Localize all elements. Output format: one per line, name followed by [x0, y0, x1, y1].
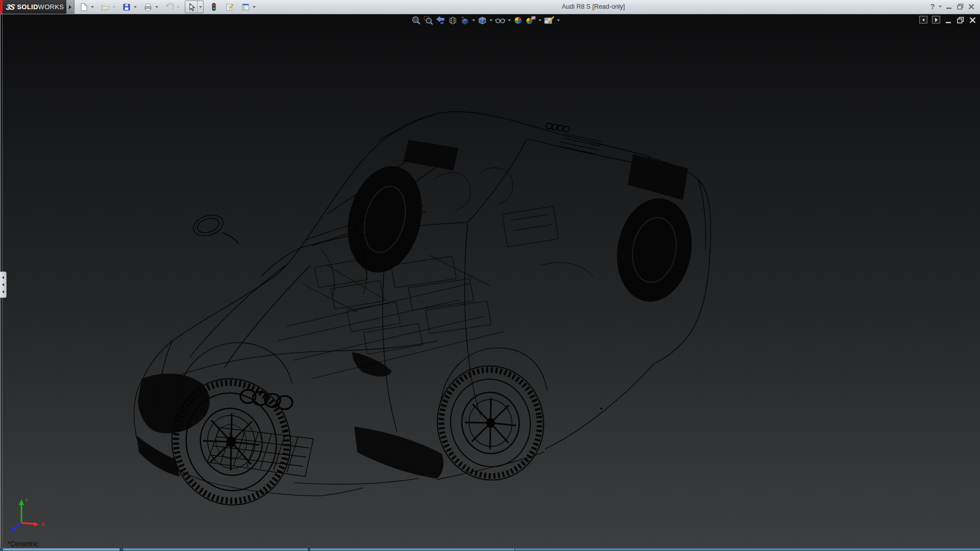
eyeglasses-icon — [495, 15, 506, 26]
display-style-icon — [477, 15, 487, 26]
triad-x-label: X — [41, 522, 45, 528]
collapse-arrow-icon — [2, 276, 4, 279]
help-dropdown-caret[interactable] — [937, 1, 943, 12]
new-document-button[interactable] — [78, 1, 89, 13]
save-button[interactable] — [120, 1, 132, 13]
previous-view-button[interactable] — [434, 15, 447, 26]
view-settings-button[interactable] — [543, 15, 556, 26]
heads-up-view-toolbar — [410, 15, 561, 26]
featuremanager-splitter-handle[interactable] — [0, 271, 7, 298]
edit-appearance-button[interactable] — [512, 15, 524, 26]
options-list-icon — [241, 3, 250, 12]
pane-right-button[interactable] — [932, 16, 940, 23]
title-bar: 3S SOLID WORKS — [0, 0, 980, 14]
view-orientation-dropdown-caret[interactable] — [471, 15, 476, 26]
file-properties-icon — [225, 3, 234, 12]
traffic-light-icon — [209, 3, 218, 12]
brand-name-light: WORKS — [38, 3, 64, 11]
zoom-to-fit-button[interactable] — [410, 15, 422, 26]
document-window-controls — [919, 16, 976, 23]
pane-right-arrow-icon — [935, 18, 938, 22]
section-view-icon — [448, 15, 458, 26]
taskbar-button-top[interactable] — [122, 548, 308, 551]
taskbar-button-top[interactable] — [515, 548, 980, 551]
apply-scene-button[interactable] — [524, 15, 537, 26]
open-dropdown-caret[interactable] — [111, 1, 116, 13]
taskbar-button-top[interactable] — [310, 548, 515, 551]
save-dropdown-caret[interactable] — [132, 1, 138, 13]
taskbar-button-top[interactable] — [3, 548, 119, 551]
minimize-icon — [946, 4, 952, 10]
menu-expander-button[interactable] — [66, 0, 75, 14]
solidworks-logo: 3S SOLID WORKS — [3, 0, 66, 14]
undo-dropdown-caret[interactable] — [175, 1, 181, 13]
minimize-button[interactable] — [943, 1, 954, 12]
zoom-to-area-icon — [423, 15, 433, 26]
display-style-dropdown-caret[interactable] — [488, 15, 494, 26]
rebuild-button[interactable] — [208, 1, 219, 13]
pane-left-arrow-icon — [922, 18, 924, 21]
view-orientation-icon — [460, 15, 470, 26]
print-dropdown-caret[interactable] — [154, 1, 159, 13]
save-floppy-icon — [122, 3, 131, 12]
view-orientation-label: *Dimetric — [8, 540, 39, 548]
dassault-logo-mark: 3S — [6, 3, 15, 11]
collapse-arrow-icon — [2, 290, 4, 293]
view-settings-icon — [544, 15, 555, 26]
select-dropdown-caret[interactable] — [197, 1, 203, 13]
triad-z-label: Z — [7, 531, 11, 537]
close-button[interactable] — [966, 1, 977, 12]
undo-button[interactable] — [163, 1, 175, 13]
apply-scene-icon — [525, 15, 536, 26]
view-settings-dropdown-caret[interactable] — [556, 15, 561, 26]
reference-triad: Y X Z — [6, 494, 57, 542]
open-button[interactable] — [99, 1, 111, 13]
document-title: Audi R8 S [Read-only] — [518, 0, 669, 13]
new-dropdown-caret[interactable] — [89, 1, 95, 13]
collapse-arrow-icon — [2, 283, 4, 286]
title-bar-controls: ? — [928, 0, 977, 13]
doc-minimize-icon — [945, 17, 951, 23]
zoom-to-area-button[interactable] — [422, 15, 434, 26]
section-view-button[interactable] — [447, 15, 459, 26]
zoom-to-fit-icon — [411, 15, 421, 26]
restore-button[interactable] — [954, 1, 966, 12]
restore-icon — [957, 4, 964, 10]
help-button[interactable]: ? — [928, 1, 937, 12]
options-dropdown-caret[interactable] — [251, 1, 257, 13]
appearance-ball-icon — [513, 15, 523, 26]
doc-close-icon — [969, 17, 976, 23]
print-button[interactable] — [142, 1, 154, 13]
options-button[interactable] — [239, 1, 251, 13]
windows-taskbar-edge[interactable] — [0, 548, 980, 551]
select-cursor-icon — [187, 3, 196, 12]
standard-toolbar — [78, 1, 261, 13]
doc-restore-button[interactable] — [957, 16, 964, 23]
printer-icon — [143, 3, 153, 12]
brand-name-bold: SOLID — [17, 3, 38, 11]
hide-show-dropdown-caret[interactable] — [507, 15, 512, 26]
doc-close-button[interactable] — [969, 16, 976, 23]
undo-arrow-icon — [165, 3, 174, 12]
pane-left-button[interactable] — [919, 16, 927, 23]
open-folder-icon — [101, 3, 110, 12]
display-style-button[interactable] — [476, 15, 488, 26]
select-tool-button[interactable] — [185, 1, 197, 13]
apply-scene-dropdown-caret[interactable] — [537, 15, 543, 26]
hide-show-items-button[interactable] — [494, 15, 507, 26]
previous-view-icon — [435, 15, 446, 26]
graphics-viewport[interactable] — [0, 14, 980, 548]
triad-y-label: Y — [25, 498, 29, 503]
select-tool-group — [185, 1, 204, 13]
file-properties-button[interactable] — [224, 1, 235, 13]
solidworks-app-window: { "window": { "title": "Audi R8 S [Read-… — [0, 0, 980, 551]
doc-restore-icon — [957, 17, 964, 23]
expand-arrow-icon — [69, 5, 71, 9]
close-icon — [968, 4, 974, 10]
new-document-icon — [79, 3, 88, 12]
view-orientation-button[interactable] — [459, 15, 471, 26]
doc-minimize-button[interactable] — [945, 16, 952, 23]
